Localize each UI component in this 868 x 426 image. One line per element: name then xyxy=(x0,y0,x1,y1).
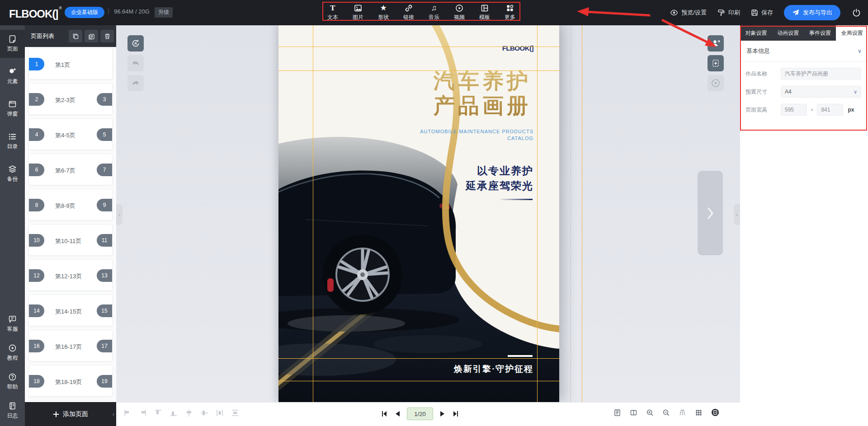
zoom-out-icon[interactable] xyxy=(662,409,670,417)
distribute-horizontal-icon[interactable] xyxy=(216,409,224,417)
page-list-item[interactable]: 6 第6-7页 7 xyxy=(28,154,113,185)
print-button[interactable]: 印刷 xyxy=(717,9,740,17)
sidebar-item-pages[interactable]: 页面 xyxy=(0,30,25,58)
auto-fit-button[interactable]: A xyxy=(127,35,144,51)
page-height-input[interactable]: 841 xyxy=(817,104,843,116)
align-left-icon[interactable] xyxy=(123,409,132,417)
music-icon: ♫ xyxy=(431,4,437,12)
tab-object-settings[interactable]: 对象设置 xyxy=(740,25,772,41)
page-item-label: 第6-7页 xyxy=(55,167,75,175)
sidebar-item-popup[interactable]: 弹窗 xyxy=(0,95,25,123)
sidebar-item-support[interactable]: 客服 xyxy=(0,310,25,338)
plan-badge[interactable]: 企业基础版 xyxy=(65,7,104,18)
spread-view-icon[interactable] xyxy=(630,409,637,417)
upgrade-button[interactable]: 升级 xyxy=(155,7,173,18)
tool-shape[interactable]: ★ 形状 xyxy=(373,4,394,21)
distribute-vertical-icon[interactable] xyxy=(231,409,239,417)
align-right-icon[interactable] xyxy=(139,409,147,417)
cover-tagline[interactable]: 焕新引擎·守护征程 xyxy=(454,363,533,375)
page-number-badge: 5 xyxy=(97,128,112,141)
page-number-badge: 11 xyxy=(97,234,112,247)
grid-icon[interactable] xyxy=(695,409,703,417)
page-number-badge: 14 xyxy=(29,304,44,317)
preview-settings-button[interactable]: 预览/设置 xyxy=(670,9,707,17)
tool-more[interactable]: 更多 xyxy=(500,4,520,21)
tool-music[interactable]: ♫ 音乐 xyxy=(424,4,444,21)
page-indicator[interactable]: 1/20 xyxy=(407,407,433,420)
page-list-item[interactable]: 2 第2-3页 3 xyxy=(28,83,113,115)
tool-template[interactable]: 模板 xyxy=(474,4,495,21)
settings-panel: 对象设置 动画设置 事件设置 全局设置 基本信息 ∨ 作品名称 汽车养护产品画册… xyxy=(740,25,868,426)
page-number-badge: 8 xyxy=(29,199,44,211)
cover-slogan[interactable]: 以专业养护延承座驾荣光 xyxy=(466,164,533,194)
align-top-icon[interactable] xyxy=(154,409,162,417)
page-list-item[interactable]: 16 第16-17页 17 xyxy=(28,330,113,361)
guides-icon[interactable] xyxy=(679,409,686,417)
sidebar-item-tutorial[interactable]: 教程 xyxy=(0,339,25,367)
page-list-item[interactable]: 14 第14-15页 15 xyxy=(28,295,113,326)
page-list-item[interactable]: 4 第4-5页 5 xyxy=(28,118,113,150)
collapse-pagelist-handle[interactable]: ‹ xyxy=(116,204,123,225)
duplicate-page-button[interactable] xyxy=(85,30,98,42)
align-bottom-icon[interactable] xyxy=(170,409,178,417)
page-item-label: 第8-9页 xyxy=(55,202,75,210)
sidebar-item-catalog[interactable]: 目录 xyxy=(0,127,25,155)
tool-text[interactable]: T 文本 xyxy=(322,4,343,21)
previous-page-button[interactable] xyxy=(394,410,401,417)
add-page-button[interactable]: 添加页面 › xyxy=(25,402,116,426)
align-tools xyxy=(123,409,239,417)
vertical-guide xyxy=(537,25,538,402)
tab-event-settings[interactable]: 事件设置 xyxy=(804,25,836,41)
help-icon xyxy=(8,373,17,381)
redo-button[interactable] xyxy=(127,75,144,91)
tool-link[interactable]: 链接 xyxy=(398,4,419,21)
work-name-input[interactable]: 汽车养护产品画册 xyxy=(781,68,861,80)
tool-video[interactable]: 视频 xyxy=(449,4,470,21)
sidebar-item-elements[interactable]: 元素 xyxy=(0,62,25,90)
sidebar-item-help[interactable]: 帮助 xyxy=(0,368,25,396)
flbook-logo[interactable]: FLBOOK(]® xyxy=(9,6,61,20)
tool-image[interactable]: 图片 xyxy=(348,4,368,21)
collapse-panel-handle[interactable]: › xyxy=(734,204,740,225)
add-collaborator-button[interactable] xyxy=(708,35,724,51)
page-list-item[interactable]: 10 第10-11页 11 xyxy=(28,224,113,256)
basic-info-section-header[interactable]: 基本信息 ∨ xyxy=(740,41,868,61)
cover-page[interactable]: FLBOOK(] 汽车养护产品画册 AUTOMOBILE MAINTENANCE… xyxy=(278,25,559,402)
page-number-badge: 4 xyxy=(29,128,44,141)
page-list-item[interactable]: 12 第12-13页 13 xyxy=(28,259,113,291)
undo-button[interactable] xyxy=(127,55,144,71)
sidebar-item-log[interactable]: 日志 xyxy=(0,397,25,425)
page-list-item[interactable]: 8 第8-9页 9 xyxy=(28,189,113,220)
page-list-item[interactable]: 18 第18-19页 19 xyxy=(28,365,113,397)
next-page-flip-bar[interactable] xyxy=(698,171,723,255)
copy-page-button[interactable] xyxy=(69,30,82,42)
first-page-button[interactable] xyxy=(381,410,388,417)
center-vertical-icon[interactable] xyxy=(200,409,208,417)
tab-global-settings[interactable]: 全局设置 xyxy=(836,25,868,41)
cover-title[interactable]: 汽车养护产品画册 xyxy=(428,69,537,119)
top-bar: FLBOOK(]® 企业基础版 | 96.64M / 20G 升级 T 文本 图… xyxy=(0,0,868,25)
tutorial-icon xyxy=(8,344,17,352)
play-preview-button[interactable] xyxy=(708,75,724,91)
page-list-item[interactable]: 1 第1页 xyxy=(28,48,113,80)
publish-export-button[interactable]: 发布与导出 xyxy=(784,5,840,20)
page-number-badge: 10 xyxy=(29,234,44,247)
add-template-page-button[interactable] xyxy=(708,55,724,71)
tab-animation-settings[interactable]: 动画设置 xyxy=(772,25,804,41)
save-button[interactable]: 保存 xyxy=(751,9,773,17)
expand-chevron-icon[interactable]: › xyxy=(113,411,114,417)
delete-page-button[interactable] xyxy=(100,30,114,42)
sidebar-item-backup[interactable]: 备份 xyxy=(0,160,25,188)
zoom-in-icon[interactable] xyxy=(646,409,654,417)
video-icon xyxy=(455,4,463,12)
preset-size-select[interactable]: A4∨ xyxy=(781,86,861,98)
page-width-input[interactable]: 595 xyxy=(781,104,807,116)
fit-screen-icon[interactable] xyxy=(711,408,719,417)
more-icon xyxy=(506,4,514,12)
cover-subtitle[interactable]: AUTOMOBILE MAINTENANCE PRODUCTSCATALOG xyxy=(420,128,533,142)
center-horizontal-icon[interactable] xyxy=(185,409,193,417)
next-page-button[interactable] xyxy=(439,410,446,417)
last-page-button[interactable] xyxy=(452,410,459,417)
power-icon[interactable] xyxy=(852,9,861,17)
single-page-view-icon[interactable] xyxy=(613,409,621,417)
